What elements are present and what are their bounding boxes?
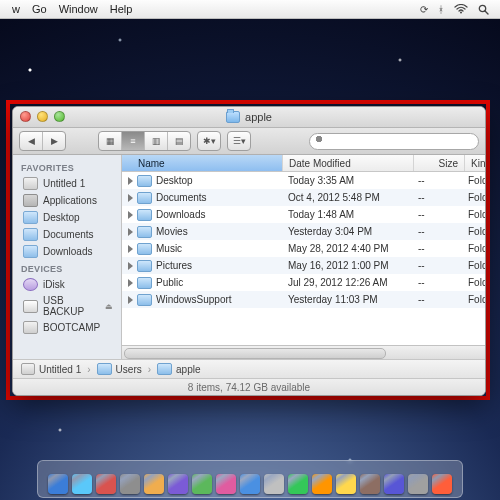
file-row[interactable]: DocumentsOct 4, 2012 5:48 PM--Folde (122, 189, 485, 206)
close-button[interactable] (20, 111, 31, 122)
disclosure-triangle-icon[interactable] (128, 296, 133, 304)
file-row[interactable]: PublicJul 29, 2012 12:26 AM--Folde (122, 274, 485, 291)
dock-app[interactable] (288, 474, 308, 494)
scrollbar-thumb[interactable] (124, 348, 386, 359)
folder-icon (23, 211, 38, 224)
eject-icon[interactable]: ⏏ (105, 302, 113, 311)
sidebar-item-idisk[interactable]: iDisk (13, 276, 121, 293)
dock-app[interactable] (72, 474, 92, 494)
sync-icon[interactable]: ⟳ (415, 4, 433, 15)
folder-icon (137, 226, 152, 238)
dock-app[interactable] (120, 474, 140, 494)
file-name: Documents (156, 192, 207, 203)
file-date: Yesterday 11:03 PM (282, 294, 412, 305)
horizontal-scrollbar[interactable] (122, 345, 485, 359)
chevron-right-icon: › (148, 364, 151, 375)
dock-app[interactable] (168, 474, 188, 494)
file-size: -- (412, 192, 462, 203)
file-date: May 28, 2012 4:40 PM (282, 243, 412, 254)
file-name: Public (156, 277, 183, 288)
file-row[interactable]: DownloadsToday 1:48 AM--Folde (122, 206, 485, 223)
folder-icon (137, 175, 152, 187)
sidebar-item-downloads[interactable]: Downloads (13, 243, 121, 260)
arrange-menu[interactable]: ☰▾ (227, 131, 251, 151)
wifi-icon[interactable] (449, 4, 473, 14)
minimize-button[interactable] (37, 111, 48, 122)
dock-app[interactable] (240, 474, 260, 494)
disclosure-triangle-icon[interactable] (128, 194, 133, 202)
file-row[interactable]: MoviesYesterday 3:04 PM--Folde (122, 223, 485, 240)
disclosure-triangle-icon[interactable] (128, 177, 133, 185)
view-coverflow-button[interactable]: ▤ (168, 132, 190, 150)
file-row[interactable]: PicturesMay 16, 2012 1:00 PM--Folde (122, 257, 485, 274)
spotlight-icon[interactable] (473, 4, 494, 15)
sidebar-item-applications[interactable]: Applications (13, 192, 121, 209)
folder-icon (137, 277, 152, 289)
path-crumb[interactable]: apple (157, 363, 200, 375)
column-size[interactable]: Size (414, 155, 465, 171)
file-row[interactable]: WindowsSupportYesterday 11:03 PM--Folde (122, 291, 485, 308)
search-input[interactable] (309, 133, 479, 150)
bluetooth-icon[interactable]: ᚼ (433, 4, 449, 15)
applications-icon (23, 194, 38, 207)
view-list-button[interactable]: ≡ (122, 132, 145, 150)
file-kind: Folde (462, 192, 485, 203)
dock-app[interactable] (360, 474, 380, 494)
title-bar[interactable]: apple (13, 107, 485, 128)
file-row[interactable]: MusicMay 28, 2012 4:40 PM--Folde (122, 240, 485, 257)
menu-item-window[interactable]: Window (53, 3, 104, 15)
dock-app[interactable] (384, 474, 404, 494)
file-name: Downloads (156, 209, 205, 220)
disclosure-triangle-icon[interactable] (128, 279, 133, 287)
view-icon-button[interactable]: ▦ (99, 132, 122, 150)
zoom-button[interactable] (54, 111, 65, 122)
sidebar-item-documents[interactable]: Documents (13, 226, 121, 243)
folder-icon (137, 209, 152, 221)
dock-app[interactable] (264, 474, 284, 494)
menu-item[interactable]: w (6, 3, 26, 15)
file-name: Music (156, 243, 182, 254)
sidebar-item-untitled[interactable]: Untitled 1 (13, 175, 121, 192)
column-kind[interactable]: Kind (465, 155, 486, 171)
file-name: Desktop (156, 175, 193, 186)
dock-app[interactable] (144, 474, 164, 494)
usb-icon (23, 300, 38, 313)
sidebar: FAVORITES Untitled 1 Applications Deskto… (13, 155, 122, 359)
desktop: w Go Window Help ⟳ ᚼ apple (0, 0, 500, 500)
menu-item-help[interactable]: Help (104, 3, 139, 15)
path-crumb[interactable]: Users (97, 363, 142, 375)
dock-app[interactable] (48, 474, 68, 494)
file-kind: Folde (462, 277, 485, 288)
forward-button[interactable]: ▶ (43, 132, 65, 150)
view-column-button[interactable]: ▥ (145, 132, 168, 150)
back-button[interactable]: ◀ (20, 132, 43, 150)
dock-app[interactable] (192, 474, 212, 494)
search-field[interactable] (309, 133, 479, 150)
window-title: apple (245, 111, 272, 123)
view-switcher: ▦ ≡ ▥ ▤ (98, 131, 191, 151)
folder-icon (137, 192, 152, 204)
sidebar-item-desktop[interactable]: Desktop (13, 209, 121, 226)
dock-app[interactable] (432, 474, 452, 494)
folder-icon (23, 228, 38, 241)
sidebar-item-usb-backup[interactable]: USB BACKUP⏏ (13, 293, 121, 319)
file-row[interactable]: DesktopToday 3:35 AM--Folde (122, 172, 485, 189)
dock-app[interactable] (312, 474, 332, 494)
dock-app[interactable] (96, 474, 116, 494)
file-size: -- (412, 175, 462, 186)
disclosure-triangle-icon[interactable] (128, 228, 133, 236)
dock-app[interactable] (408, 474, 428, 494)
sidebar-item-bootcamp[interactable]: BOOTCAMP (13, 319, 121, 336)
action-menu[interactable]: ✱▾ (197, 131, 221, 151)
disclosure-triangle-icon[interactable] (128, 211, 133, 219)
menu-item-go[interactable]: Go (26, 3, 53, 15)
dock-app[interactable] (216, 474, 236, 494)
path-crumb[interactable]: Untitled 1 (21, 363, 81, 375)
disclosure-triangle-icon[interactable] (128, 245, 133, 253)
dock-app[interactable] (336, 474, 356, 494)
disclosure-triangle-icon[interactable] (128, 262, 133, 270)
column-date-modified[interactable]: Date Modified (283, 155, 414, 171)
svg-line-2 (485, 11, 488, 14)
column-name[interactable]: Name (122, 155, 283, 171)
file-kind: Folde (462, 260, 485, 271)
